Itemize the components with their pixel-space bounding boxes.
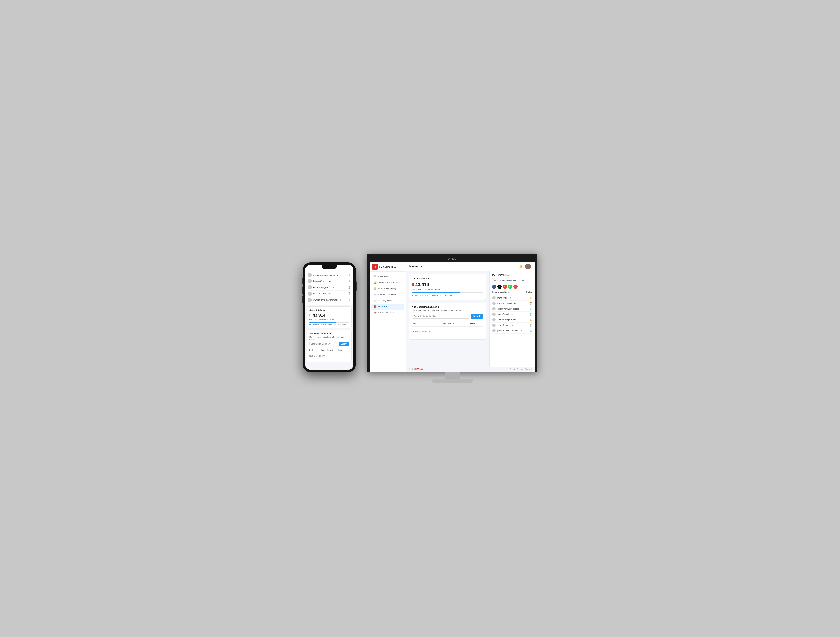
phone-col-token: Token Earned [321, 349, 338, 351]
referral-status-0: ⌛ [529, 296, 532, 299]
sidebar-item-education-label: Education Center [379, 312, 395, 314]
bell-nav-icon: 🔔 [374, 281, 377, 284]
phone-social-media-input[interactable] [309, 342, 338, 346]
phone-ref-status-5: ⌛ [348, 298, 351, 301]
referral-row-0: qyky@gmail.com ⌛ [492, 295, 532, 301]
sidebar-item-rewards-label: Rewards [379, 306, 388, 308]
phone-notch [322, 265, 337, 269]
referral-invite-link-box: https://heroic.com/invite/ebAjVzXPYAg4MK… [492, 278, 532, 283]
referral-avatar-4 [492, 318, 496, 322]
referral-table-header: Referral User Email Status [492, 291, 532, 294]
balance-h-icon: H [412, 283, 414, 287]
phone-legend-dot-reserved [309, 324, 311, 325]
balance-sub-row: Out of your possible H 20,344 [412, 288, 483, 290]
topbar: Rewards 🔔 [406, 262, 535, 271]
sidebar-plan-label: PERSONAL PLUS [379, 266, 396, 268]
social-links-info-icon: ℹ [438, 306, 439, 308]
app-layout: H PERSONAL PLUS ‹ ⊞ Dashboard 🔔 Aler [370, 262, 535, 372]
phone-content: support@dreamweb.studio ⌛ kupysa@gmail.c… [305, 270, 354, 370]
phone-ref-row-2: kupysa@gmail.com ⌛ [308, 278, 351, 284]
sidebar-item-alerts[interactable]: 🔔 Alerts & Notifications [371, 279, 404, 285]
progress-bar-container [412, 292, 483, 293]
app-footer: © 2024 HEROIC About Contact Support [406, 367, 535, 372]
referral-email-4: covuxunah@gmail.com [497, 319, 528, 321]
sidebar-item-rewards[interactable]: 🎁 Rewards [371, 304, 404, 309]
copy-link-icon[interactable]: ⧉ [529, 279, 531, 282]
share-whatsapp-button[interactable]: w [508, 285, 512, 289]
sidebar-item-security[interactable]: 📊 Security Score [371, 298, 404, 303]
footer-about-link[interactable]: About [510, 368, 515, 370]
phone-chevron-up-icon[interactable]: ▲ [347, 332, 349, 335]
phone-ref-email-3: covuxunah@gmail.com [313, 286, 346, 289]
footer-support-link[interactable]: Support [525, 368, 532, 370]
legend-future: Future tasks [440, 295, 453, 296]
phone-ref-email-2: kupysa@gmail.com [313, 280, 346, 282]
referrals-panel: My Referrals 3/3 https://heroic.com/invi… [489, 271, 535, 367]
footer-copyright: © 2024 HEROIC [409, 368, 423, 370]
referral-row-4: covuxunah@gmail.com ⌛ [492, 317, 532, 323]
user-avatar[interactable] [525, 263, 531, 269]
phone-legend-dot-future [334, 324, 336, 325]
phone-ref-status-2: ⌛ [348, 280, 351, 282]
phone-ref-status-3: ⌛ [348, 286, 351, 289]
phone-social-card-title: Add Social Media Links ▲ [309, 332, 349, 335]
share-email-button[interactable]: @ [513, 285, 518, 289]
phone-bezel: support@dreamweb.studio ⌛ kupysa@gmail.c… [303, 262, 356, 372]
social-media-submit-button[interactable]: Submit [471, 314, 483, 318]
referral-header-status: Status [526, 291, 532, 293]
referral-row-3: kupysa@gmail.com ⌛ [492, 312, 532, 317]
footer-links: About Contact Support [510, 368, 532, 370]
balance-possible-h-icon: H [431, 288, 433, 290]
sidebar-collapse-button[interactable]: ‹ [402, 265, 403, 268]
referral-avatar-6 [492, 329, 496, 333]
referral-avatar-0 [492, 296, 496, 300]
sidebar-item-identity-label: Identity Protection [379, 293, 396, 296]
notification-bell-icon[interactable]: 🔔 [519, 265, 523, 268]
page-title: Rewards [409, 265, 422, 268]
phone-balance-possible-label: Out of your possible [309, 318, 326, 320]
referral-social-icons-row: f 𝕏 r w @ [492, 285, 532, 289]
share-facebook-button[interactable]: f [492, 285, 496, 289]
phone-balance-h-icon: H [327, 318, 328, 320]
phone-ref-email-5: qwhittaker+test18@gmail.com [313, 299, 346, 301]
progress-bar-fill [412, 292, 460, 293]
phone-no-posts-message: No Posts Added Yet [309, 353, 349, 359]
footer-contact-link[interactable]: Contact [516, 368, 523, 370]
social-media-link-input[interactable] [412, 314, 469, 318]
phone-legend-reserved: Reserved [309, 324, 319, 326]
sidebar-item-breach[interactable]: 🔒 Breach Monitoring [371, 285, 404, 291]
phone-social-title-text: Add Social Media Links [309, 333, 333, 335]
phone-submit-button[interactable]: Submit [339, 342, 349, 346]
phone-balance-sub: Out of your possible H 20,344 [309, 318, 349, 320]
referral-row-6: qwhittaker+test18@gmail.com ⌛ [492, 328, 532, 334]
referral-email-0: qyky@gmail.com [497, 297, 528, 299]
phone-links-table-header: Link Token Earned Status [309, 348, 349, 352]
rewards-icon: 🎁 [374, 305, 377, 308]
social-links-title-text: Add Social Media Links [412, 306, 437, 308]
phone-ref-avatar-5 [308, 298, 312, 302]
referral-header-email: Referral User Email [492, 291, 510, 293]
legend-current: Current task [425, 295, 438, 296]
share-reddit-button[interactable]: r [503, 285, 507, 289]
monitor-screen: H PERSONAL PLUS ‹ ⊞ Dashboard 🔔 Aler [370, 262, 535, 372]
phone-legend-current: Current task [321, 324, 333, 326]
referral-email-3: kupysa@gmail.com [497, 313, 528, 315]
sidebar-item-education[interactable]: 🎓 Education Center [371, 310, 404, 315]
referral-avatar-3 [492, 312, 496, 316]
sidebar-item-dashboard[interactable]: ⊞ Dashboard [371, 273, 404, 279]
legend-future-label: Future tasks [443, 295, 453, 296]
content-area: Current Balance H 43,914 Out of your pos… [406, 271, 535, 367]
footer-brand-name: HEROIC [415, 368, 423, 370]
phone-ref-row-3: covuxunah@gmail.com ⌛ [308, 284, 351, 290]
referral-row-5: kipaze@gmail.com ⌛ [492, 323, 532, 328]
referral-status-2: ⌛ [529, 307, 532, 310]
sidebar-item-identity[interactable]: 🪪 Identity Protection [371, 292, 404, 297]
phone-legend-current-label: Current task [323, 324, 333, 326]
phone-ref-row-4: kipaze@gmail.com ⌛ [308, 290, 351, 297]
balance-possible-amount: 20,344 [433, 288, 440, 290]
phone-social-card: Add Social Media Links ▲ Get additional … [307, 330, 352, 362]
share-twitter-button[interactable]: 𝕏 [497, 285, 502, 289]
phone-side-button-left2 [302, 287, 303, 293]
phone-ref-avatar-4 [308, 292, 312, 296]
referral-avatar-2 [492, 307, 496, 311]
